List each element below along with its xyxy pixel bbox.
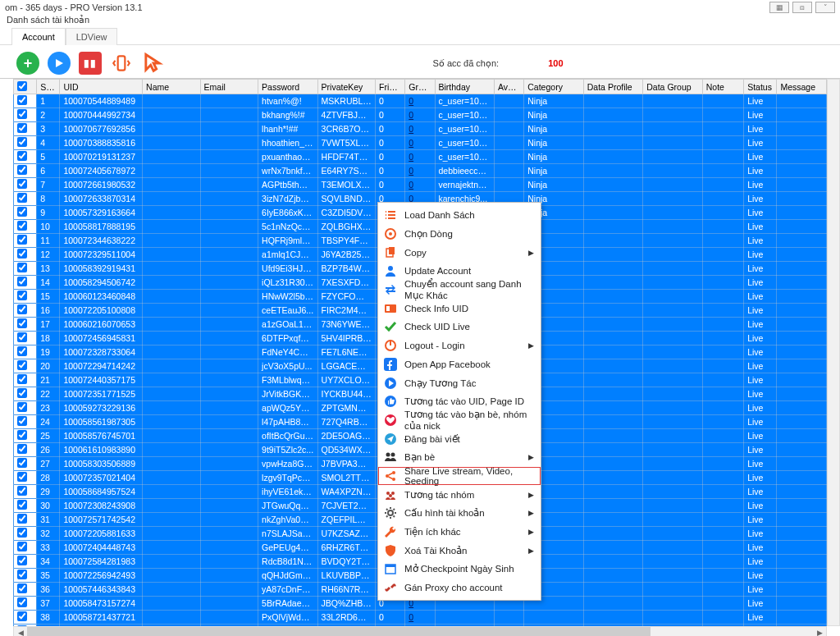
menu-item--ng-b-i-vi-t[interactable]: Đăng bài viết [378, 429, 541, 448]
menu-item-b-n-b-[interactable]: Bạn bè▶ [378, 448, 541, 467]
cell-group[interactable]: 0 [405, 122, 435, 136]
col-name[interactable]: Name [143, 80, 200, 94]
menu-item-load-danh-s-ch[interactable]: Load Danh Sách [378, 206, 541, 225]
cell-group[interactable]: 0 [405, 150, 435, 164]
menu-item-c-u-h-nh-t-i-kho-n[interactable]: Cấu hình tài khoản▶ [378, 504, 541, 523]
table-row[interactable]: 38100058721437721PxQlVjWdsH...33L2RD6G7I… [14, 611, 827, 625]
row-checkbox[interactable] [17, 346, 27, 356]
row-checkbox[interactable] [17, 318, 27, 328]
row-checkbox[interactable] [17, 402, 27, 412]
context-menu[interactable]: Load Danh SáchChọn DòngCopy▶Update Accou… [377, 202, 541, 601]
menu-item-m-checkpoint-ng-y-sinh[interactable]: Mở Checkpoint Ngày Sinh [378, 560, 541, 579]
menu-item-ch-n-d-ng[interactable]: Chọn Dòng [378, 225, 541, 244]
menu-item-xo-t-i-kho-n[interactable]: Xoá Tài Khoản▶ [378, 541, 541, 560]
cell-group[interactable]: 0 [405, 178, 435, 192]
row-checkbox[interactable] [17, 416, 27, 426]
scrollbar-vertical[interactable] [827, 79, 840, 626]
row-checkbox[interactable] [17, 597, 27, 607]
row-checkbox[interactable] [17, 249, 27, 259]
col-birthday[interactable]: Birthday [435, 80, 495, 94]
pause-button[interactable]: ▮▮ [79, 52, 102, 75]
row-checkbox[interactable] [17, 500, 27, 510]
row-checkbox[interactable] [17, 123, 27, 133]
table-row[interactable]: 2100070444992734bkhang%!#4ZTVFBJYW...00c… [14, 108, 827, 122]
row-checkbox[interactable] [17, 179, 27, 189]
cell-group[interactable]: 0 [405, 611, 435, 625]
add-button[interactable]: + [16, 52, 39, 75]
menu-item-copy[interactable]: Copy▶ [378, 243, 541, 262]
scrollbar-horizontal[interactable]: ◀ ▶ [13, 626, 827, 636]
row-checkbox[interactable] [17, 472, 27, 482]
row-checkbox[interactable] [17, 388, 27, 398]
col-checkbox[interactable] [14, 80, 37, 94]
shake-button[interactable] [110, 52, 133, 75]
row-checkbox[interactable] [17, 611, 27, 621]
row-checkbox[interactable] [17, 193, 27, 203]
menu-item-g-n-proxy-cho-account[interactable]: Gán Proxy cho account [378, 579, 541, 597]
col-password[interactable]: Password [258, 80, 318, 94]
row-checkbox[interactable] [17, 165, 27, 175]
row-checkbox[interactable] [17, 374, 27, 384]
menu-item-t-ng-t-c-nh-m[interactable]: Tương tác nhóm▶ [378, 485, 541, 504]
col-message[interactable]: Message [777, 80, 827, 94]
row-checkbox[interactable] [17, 221, 27, 231]
grid-icon[interactable]: ▦ [769, 2, 789, 13]
maximize-icon[interactable]: ⧈ [792, 2, 812, 13]
menu-item-share-live-stream-video-[interactable]: Share Live stream, Video, Seeding [378, 467, 541, 486]
row-checkbox[interactable] [17, 528, 27, 538]
table-row[interactable]: 6100072405678972wrNx7bnkfke...E64RY7SXJ.… [14, 164, 827, 178]
col-stt[interactable]: STT [37, 80, 60, 94]
menu-item-logout-login[interactable]: Logout - Login▶ [378, 336, 541, 355]
select-all-checkbox[interactable] [17, 81, 27, 91]
col-status[interactable]: Status [744, 80, 777, 94]
row-checkbox[interactable] [17, 430, 27, 440]
row-checkbox[interactable] [17, 583, 27, 593]
row-checkbox[interactable] [17, 556, 27, 565]
scroll-left-icon[interactable]: ◀ [14, 627, 27, 636]
col-data-profile[interactable]: Data Profile [583, 80, 643, 94]
row-checkbox[interactable] [17, 109, 27, 119]
menu-item-open-app-facebook[interactable]: Open App Facebook [378, 355, 541, 374]
row-checkbox[interactable] [17, 332, 27, 342]
row-checkbox[interactable] [17, 542, 27, 551]
menu-item-t-ng-t-c-v-o-b-n-b-nh-m-[interactable]: Tương tác vào bạn bè, nhóm của nick [378, 411, 541, 430]
down-icon[interactable]: ˅ [815, 2, 835, 13]
row-checkbox[interactable] [17, 444, 27, 454]
row-checkbox[interactable] [17, 137, 27, 147]
tab-account[interactable]: Account [11, 28, 66, 45]
cell-group[interactable]: 0 [405, 164, 435, 178]
row-checkbox[interactable] [17, 514, 27, 524]
col-group[interactable]: Group [405, 80, 435, 94]
menu-item-check-info-uid[interactable]: Check Info UID [378, 299, 541, 318]
col-uid[interactable]: UID [60, 80, 143, 94]
col-note[interactable]: Note [702, 80, 743, 94]
col-avatar[interactable]: Avatar [495, 80, 524, 94]
row-checkbox[interactable] [17, 570, 27, 579]
row-checkbox[interactable] [17, 263, 27, 272]
menu-item-ti-n-ch-kh-c[interactable]: Tiện ích khác▶ [378, 523, 541, 542]
table-row[interactable]: 5100070219131237pxuanthao#!...HFDF74T7X.… [14, 150, 827, 164]
row-checkbox[interactable] [17, 235, 27, 245]
table-row[interactable]: 1100070544889489htvan%@!MSKRUBL5...00c_u… [14, 94, 827, 108]
table-row[interactable]: 4100070388835816hhoathien_!...7VWT5XL5..… [14, 136, 827, 150]
col-data-group[interactable]: Data Group [643, 80, 703, 94]
cursor-button[interactable] [141, 52, 164, 75]
col-privatekey[interactable]: PrivateKey [317, 80, 375, 94]
play-button[interactable] [48, 52, 71, 75]
table-row[interactable]: 7100072661980532AGPtb5thO8...T3EMOLX2...… [14, 178, 827, 192]
menu-item-chuy-n-account-sang-danh[interactable]: Chuyển account sang Danh Mục Khác [378, 281, 541, 300]
row-checkbox[interactable] [17, 277, 27, 286]
col-category[interactable]: Category [524, 80, 584, 94]
row-checkbox[interactable] [17, 207, 27, 217]
row-checkbox[interactable] [17, 458, 27, 468]
col-friend[interactable]: Friend [376, 80, 405, 94]
table-row[interactable]: 3100070677692856lhanh*!##3CR6B7OUS...00c… [14, 122, 827, 136]
row-checkbox[interactable] [17, 360, 27, 370]
cell-group[interactable]: 0 [405, 94, 435, 108]
menu-item-ch-y-t-ng-t-c[interactable]: Chạy Tương Tác [378, 373, 541, 392]
row-checkbox[interactable] [17, 95, 27, 105]
menu-item-check-uid-live[interactable]: Check UID Live [378, 318, 541, 336]
cell-group[interactable]: 0 [405, 136, 435, 150]
col-email[interactable]: Email [200, 80, 258, 94]
scroll-thumb[interactable] [27, 627, 651, 636]
